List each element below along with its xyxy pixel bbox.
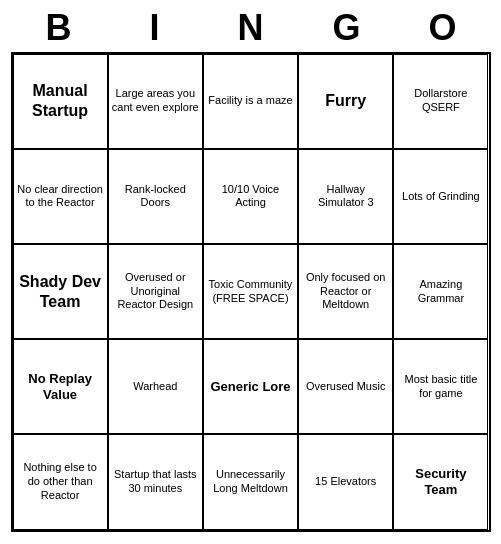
bingo-cell-17[interactable]: Generic Lore [203, 339, 298, 434]
bingo-cell-5[interactable]: No clear direction to the Reactor [13, 149, 108, 244]
bingo-cell-11[interactable]: Overused or Unoriginal Reactor Design [108, 244, 203, 339]
bingo-grid: Manual StartupLarge areas you cant even … [11, 52, 491, 532]
bingo-cell-14[interactable]: Amazing Grammar [393, 244, 488, 339]
bingo-cell-21[interactable]: Startup that lasts 30 minutes [108, 434, 203, 529]
bingo-cell-18[interactable]: Overused Music [298, 339, 393, 434]
bingo-cell-7[interactable]: 10/10 Voice Acting [203, 149, 298, 244]
letter-b: B [11, 8, 107, 48]
bingo-cell-16[interactable]: Warhead [108, 339, 203, 434]
letter-n: N [203, 8, 299, 48]
bingo-cell-15[interactable]: No Replay Value [13, 339, 108, 434]
bingo-cell-6[interactable]: Rank-locked Doors [108, 149, 203, 244]
bingo-cell-23[interactable]: 15 Elevators [298, 434, 393, 529]
bingo-cell-20[interactable]: Nothing else to do other than Reactor [13, 434, 108, 529]
bingo-cell-8[interactable]: Hallway Simulator 3 [298, 149, 393, 244]
bingo-cell-24[interactable]: Security Team [393, 434, 488, 529]
bingo-cell-1[interactable]: Large areas you cant even explore [108, 54, 203, 149]
letter-g: G [299, 8, 395, 48]
bingo-cell-12[interactable]: Toxic Community (FREE SPACE) [203, 244, 298, 339]
letter-i: I [107, 8, 203, 48]
bingo-cell-0[interactable]: Manual Startup [13, 54, 108, 149]
bingo-cell-13[interactable]: Only focused on Reactor or Meltdown [298, 244, 393, 339]
bingo-cell-19[interactable]: Most basic title for game [393, 339, 488, 434]
bingo-cell-3[interactable]: Furry [298, 54, 393, 149]
bingo-cell-4[interactable]: Dollarstore QSERF [393, 54, 488, 149]
bingo-cell-9[interactable]: Lots of Grinding [393, 149, 488, 244]
bingo-cell-10[interactable]: Shady Dev Team [13, 244, 108, 339]
bingo-cell-2[interactable]: Facility is a maze [203, 54, 298, 149]
letter-o: O [395, 8, 491, 48]
bingo-header: B I N G O [11, 8, 491, 48]
bingo-cell-22[interactable]: Unnecessarily Long Meltdown [203, 434, 298, 529]
